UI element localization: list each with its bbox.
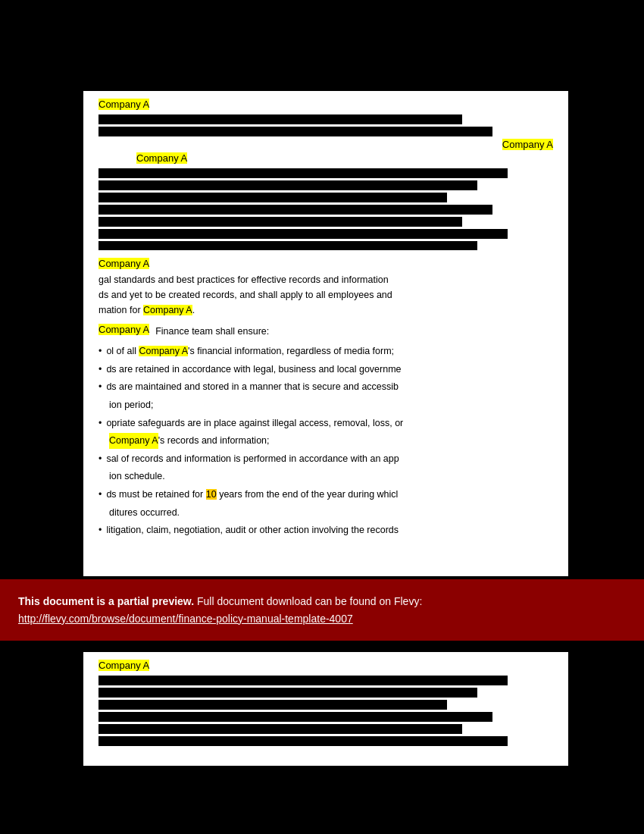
preview-link-container[interactable]: http://flevy.com/browse/document/finance… <box>18 610 626 627</box>
bullet-item-4: ion period; <box>98 397 553 413</box>
bullet-item-11: • litigation, claim, negotiation, audit … <box>98 522 553 538</box>
page-mid-fragment: Company A gal standards and best practic… <box>83 250 568 576</box>
preview-link[interactable]: http://flevy.com/browse/document/finance… <box>18 613 353 625</box>
company-a-highlight-5: Company A <box>98 660 149 671</box>
company-a-highlight-right: Company A <box>502 139 553 150</box>
preview-normal-text: Full document download can be found on F… <box>197 595 422 607</box>
policy-line-1: gal standards and best practices for eff… <box>98 272 553 287</box>
company-a-highlight-3: Company A <box>98 258 149 269</box>
company-a-highlight-inline-3: Company A <box>109 433 158 449</box>
preview-banner: This document is a partial preview. Full… <box>0 579 644 641</box>
bullet-item-3: • ds are maintained and stored in a mann… <box>98 379 553 395</box>
policy-line-2: ds and yet to be created records, and sh… <box>98 287 553 303</box>
bullet-item-2: • ds are retained in accordance with leg… <box>98 362 553 378</box>
company-a-highlight-inline-1: Company A <box>143 305 192 315</box>
bullet-item-1: • ol of all Company A's financial inform… <box>98 343 553 359</box>
company-a-highlight-inline-2: Company A <box>139 346 188 356</box>
bullet-item-9: • ds must be retained for 10 years from … <box>98 487 553 503</box>
policy-line-3: mation for Company A. <box>98 303 553 318</box>
bullet-item-6: Company A's records and information; <box>98 433 553 449</box>
company-a-highlight-4: Company A <box>98 324 149 335</box>
company-a-highlight-1: Company A <box>98 99 149 110</box>
page-top-fragment: Company A Company A Company A <box>83 91 568 273</box>
company-a-highlight-2: Company A <box>136 152 187 164</box>
bullet-item-5: • opriate safeguards are in place agains… <box>98 415 553 431</box>
years-number-highlight: 10 <box>206 489 217 500</box>
bullet-item-10: ditures occurred. <box>98 505 553 521</box>
page-bottom-fragment: Company A <box>83 652 568 766</box>
preview-text-line-1: This document is a partial preview. Full… <box>18 593 626 610</box>
bullet-item-7: • sal of records and information is perf… <box>98 451 553 467</box>
finance-team-text: Finance team shall ensure: <box>155 324 269 339</box>
preview-bold-text: This document is a partial preview. <box>18 595 194 607</box>
bullet-item-8: ion schedule. <box>98 469 553 484</box>
